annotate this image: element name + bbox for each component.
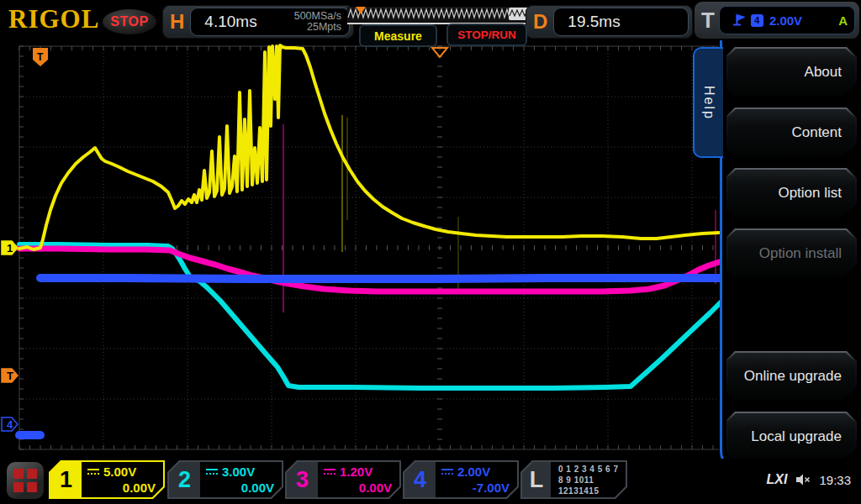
stop-run-button[interactable]: STOP/RUN bbox=[446, 24, 527, 46]
delay-panel[interactable]: D 19.5ms bbox=[526, 5, 693, 39]
level-marker-4[interactable]: 4 bbox=[2, 417, 18, 431]
menu-button-local-upgrade[interactable]: Local upgrade bbox=[726, 412, 857, 462]
run-state-badge: STOP bbox=[103, 9, 156, 34]
channel-4-number: 4 bbox=[404, 462, 436, 497]
svg-text:4: 4 bbox=[7, 418, 13, 431]
channel-status-bar: 1 5.00V 0.00V 2 3.00V 0.00V 3 bbox=[0, 459, 861, 504]
coupling-dc-icon bbox=[324, 469, 335, 475]
h-label: H bbox=[162, 10, 190, 34]
channel-4-offset: -7.00V bbox=[436, 480, 517, 496]
help-tab-label: Help bbox=[701, 86, 716, 120]
measure-button[interactable]: Measure bbox=[359, 24, 437, 47]
menu-button-online-upgrade[interactable]: Online upgrade bbox=[726, 351, 857, 402]
channel-4-scale: 2.00V bbox=[457, 464, 490, 480]
channel-2-number: 2 bbox=[169, 462, 200, 497]
channel-4-block[interactable]: 4 2.00V -7.00V bbox=[403, 460, 519, 499]
coupling-dc-icon bbox=[87, 469, 99, 475]
grid-icon bbox=[13, 469, 37, 492]
ch4-trace bbox=[40, 278, 719, 279]
trigger-position-mini-marker bbox=[356, 7, 366, 14]
ch3-trace bbox=[19, 249, 719, 291]
svg-text:T: T bbox=[37, 51, 44, 63]
channel-1-offset: 0.00V bbox=[82, 480, 163, 496]
t-label: T bbox=[695, 8, 719, 34]
channel-3-offset: 0.00V bbox=[318, 480, 399, 496]
channel-3-scale: 1.20V bbox=[340, 464, 372, 480]
svg-text:T: T bbox=[7, 370, 13, 382]
clock: 19:33 bbox=[819, 473, 851, 487]
trigger-panel[interactable]: T 4 2.00V A bbox=[695, 2, 859, 39]
channel-3-number: 3 bbox=[287, 462, 318, 497]
trigger-edge-icon bbox=[732, 13, 745, 27]
delay-value: 19.5ms bbox=[554, 13, 620, 31]
menu-grid-button[interactable] bbox=[7, 462, 44, 499]
horizontal-panel[interactable]: H 4.10ms 500MSa/s25Mpts bbox=[162, 5, 354, 39]
timebase-value: 4.10ms bbox=[191, 13, 256, 31]
channel-2-scale: 3.00V bbox=[222, 464, 255, 480]
menu-button-option-install: Option install bbox=[726, 228, 857, 279]
channel-1-scale: 5.00V bbox=[103, 464, 136, 480]
channel-1-block[interactable]: 1 5.00V 0.00V bbox=[49, 460, 165, 499]
trigger-level-value: 2.00V bbox=[769, 13, 802, 28]
rigol-logo: RIGOL bbox=[8, 4, 99, 34]
coupling-dc-icon bbox=[441, 469, 453, 475]
channel-2-block[interactable]: 2 3.00V 0.00V bbox=[167, 460, 283, 499]
trigger-position-marker[interactable]: T bbox=[33, 48, 48, 66]
menu-button-content[interactable]: Content bbox=[726, 108, 857, 158]
sample-rate: 500MSa/s25Mpts bbox=[294, 11, 349, 33]
trigger-mode: A bbox=[838, 13, 848, 28]
level-marker-1[interactable]: 1 bbox=[2, 241, 18, 255]
level-marker-T[interactable]: T bbox=[2, 369, 18, 382]
d-label: D bbox=[526, 10, 553, 34]
memory-position-bar[interactable] bbox=[347, 7, 530, 24]
channel-2-offset: 0.00V bbox=[200, 480, 282, 496]
lxi-indicator: LXI bbox=[767, 472, 788, 487]
logic-row-2: 8 9 1011 12131415 bbox=[558, 475, 626, 496]
logic-label: L bbox=[522, 462, 551, 497]
coupling-dc-icon bbox=[206, 469, 218, 475]
trigger-source-badge: 4 bbox=[751, 14, 763, 27]
svg-text:1: 1 bbox=[7, 242, 13, 255]
logic-channels-block[interactable]: L 0 1 2 3 4 5 6 7 8 9 1011 12131415 bbox=[520, 460, 627, 499]
ch2-trace bbox=[19, 244, 721, 388]
sound-muted-icon bbox=[795, 473, 811, 486]
logic-row-1: 0 1 2 3 4 5 6 7 bbox=[558, 464, 626, 475]
channel-3-block[interactable]: 3 1.20V 0.00V bbox=[285, 460, 401, 499]
help-menu-tab[interactable]: Help bbox=[693, 47, 723, 158]
oscilloscope-screen: 1T4T RIGOL STOP H 4.10ms 500MSa/s25Mpts … bbox=[0, 0, 861, 504]
help-menu-panel: About Content Option list Option install… bbox=[720, 39, 861, 473]
channel-1-number: 1 bbox=[50, 462, 82, 497]
menu-button-about[interactable]: About bbox=[726, 47, 857, 97]
menu-button-option-list[interactable]: Option list bbox=[726, 168, 857, 218]
